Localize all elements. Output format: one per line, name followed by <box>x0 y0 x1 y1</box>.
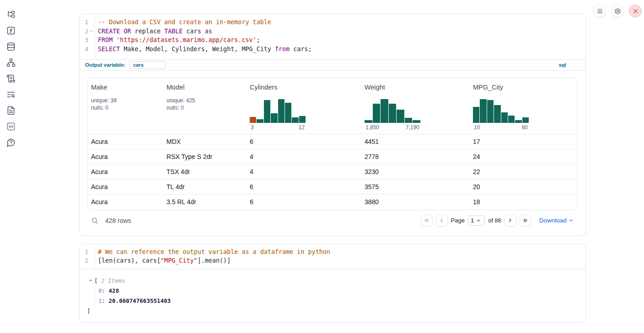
column-header-make[interactable]: Makeunique: 38nulls: 0 <box>88 78 163 134</box>
column-stat: unique: 38 <box>91 97 160 105</box>
fold-indicator[interactable] <box>88 27 94 36</box>
histogram-bar <box>515 120 521 123</box>
next-page-button[interactable] <box>504 215 516 227</box>
table-row[interactable]: AcuraMDX6445117 <box>88 134 577 149</box>
snippets-icon[interactable] <box>6 122 16 132</box>
download-label: Download <box>539 217 567 224</box>
shutdown-button[interactable] <box>629 5 642 17</box>
table-cell: Acura <box>88 183 163 190</box>
logs-icon[interactable] <box>6 74 16 84</box>
data-table: Makeunique: 38nulls: 0Modelunique: 425nu… <box>87 78 578 210</box>
histogram-max-label: 60 <box>522 124 528 131</box>
histogram-labels: 1,8507,190 <box>365 124 420 131</box>
output-variable-input[interactable] <box>129 61 166 69</box>
column-histogram: 1060 <box>473 99 529 131</box>
histogram-labels: 312 <box>250 124 306 131</box>
column-header-cylinders[interactable]: Cylinders312 <box>247 78 361 134</box>
column-header-model[interactable]: Modelunique: 425nulls: 0 <box>163 78 247 134</box>
code-token: from <box>275 46 290 53</box>
line-number: 1 <box>80 18 88 27</box>
line-gutter: 2 <box>80 256 94 265</box>
table-row[interactable]: AcuraRSX Type S 2dr4277824 <box>88 149 577 164</box>
column-histogram: 312 <box>250 99 306 131</box>
histogram-bar <box>285 103 291 123</box>
histogram-min-label: 1,850 <box>365 124 379 131</box>
table-cell: 18 <box>470 198 577 206</box>
datasources-icon[interactable] <box>6 42 16 52</box>
histogram-min-label: 10 <box>474 124 480 131</box>
histogram-bar <box>413 120 420 123</box>
table-cell: Acura <box>88 168 163 175</box>
histogram-bar <box>389 104 397 123</box>
column-header-weight[interactable]: Weight1,8507,190 <box>361 78 470 134</box>
table-row[interactable]: AcuraTSX 4dr4323022 <box>88 164 577 180</box>
table-cell: Acura <box>88 198 163 206</box>
search-icon[interactable] <box>91 217 98 224</box>
fold-spacer <box>88 36 94 45</box>
histogram-bar <box>522 117 529 122</box>
items-count: 2 Items <box>98 277 125 284</box>
code-token: ].mean()] <box>198 257 231 264</box>
code-token: FROM <box>98 37 113 43</box>
line-gutter: 1 <box>80 18 94 27</box>
table-cell: 3230 <box>361 168 470 175</box>
histogram-bar <box>250 117 256 122</box>
menu-button[interactable] <box>593 5 606 17</box>
line-gutter: 2 <box>80 27 94 36</box>
window-controls <box>593 5 642 17</box>
tree-root: [ 2 Items <box>88 275 585 285</box>
histogram-bar <box>381 99 388 123</box>
table-cell: MDX <box>163 138 247 145</box>
histogram-bars <box>473 99 529 123</box>
page-select[interactable]: 1 <box>468 216 485 226</box>
notebook: 1-- Download a CSV and create an in-memo… <box>79 14 586 322</box>
table-row[interactable]: Acura3.5 RL 4dr6388018 <box>88 195 577 210</box>
table-row[interactable]: AcuraTL 4dr6357520 <box>88 180 577 195</box>
code-text: FROM 'https://datasets.marimo.app/cars.c… <box>94 36 260 45</box>
histogram-bar <box>299 116 306 123</box>
row-count: 428 rows <box>105 217 131 224</box>
code-token: [len(cars), cars[ <box>98 257 161 264</box>
table-cell: Acura <box>88 153 163 160</box>
code-line: 4SELECT Make, Model, Cylinders, Weight, … <box>80 45 585 54</box>
table-cell: 3575 <box>361 183 470 190</box>
code-text: -- Download a CSV and create an in-memor… <box>94 18 271 27</box>
column-stat: nulls: 0 <box>166 104 243 112</box>
scratchpad-icon[interactable] <box>6 90 16 100</box>
item-colon: : <box>102 297 109 304</box>
column-header-mpg_city[interactable]: MPG_City1060 <box>470 78 577 134</box>
table-cell: 24 <box>470 153 577 160</box>
code-token: as <box>205 28 212 35</box>
download-button[interactable]: Download <box>539 217 574 224</box>
file-explorer-icon[interactable] <box>6 10 16 20</box>
documentation-icon[interactable] <box>6 106 16 116</box>
tree-items: 0: 4281: 20.060747663551403 <box>95 285 585 306</box>
code-text: CREATE OR replace TABLE cars as <box>94 27 212 36</box>
help-icon[interactable] <box>6 137 16 148</box>
dependency-graph-icon[interactable] <box>6 58 16 68</box>
code-token: SELECT <box>98 46 120 53</box>
variables-icon[interactable] <box>6 26 16 36</box>
settings-button[interactable] <box>611 5 624 17</box>
table-cell: 3.5 RL 4dr <box>163 198 247 206</box>
code-token: ; <box>257 37 260 43</box>
column-name: Weight <box>365 84 466 91</box>
item-key: 0 <box>98 287 102 294</box>
histogram-bar <box>405 118 413 122</box>
python-code-editor[interactable]: 1# We can reference the output variable … <box>80 244 585 269</box>
histogram-bar <box>257 119 263 122</box>
code-token: CREATE OR <box>98 28 131 35</box>
line-gutter: 1 <box>80 248 94 257</box>
code-text: [len(cars), cars["MPG_City"].mean()] <box>94 256 231 265</box>
code-token: replace <box>131 28 165 35</box>
chevron-down-icon <box>569 218 574 223</box>
prev-page-button[interactable] <box>436 215 448 227</box>
line-number: 1 <box>80 248 88 257</box>
histogram-bar <box>480 99 486 123</box>
fold-spacer <box>88 18 94 27</box>
last-page-button[interactable] <box>520 215 531 227</box>
code-token: cars <box>182 28 204 35</box>
first-page-button[interactable] <box>421 215 433 227</box>
sql-code-editor[interactable]: 1-- Download a CSV and create an in-memo… <box>80 14 585 59</box>
collapse-icon[interactable] <box>88 278 93 283</box>
